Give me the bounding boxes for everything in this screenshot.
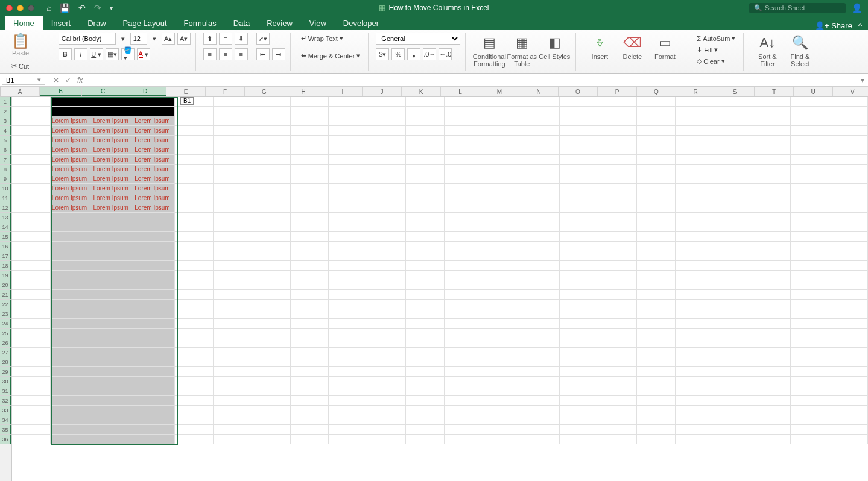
cell-P1[interactable] — [598, 97, 637, 107]
col-header-N[interactable]: N — [519, 87, 559, 96]
cell-G23[interactable] — [252, 309, 291, 319]
cell-U3[interactable] — [791, 116, 829, 126]
cell-P24[interactable] — [598, 319, 637, 329]
cell-P12[interactable] — [598, 203, 637, 213]
cell-H12[interactable] — [291, 203, 329, 213]
cell-K13[interactable] — [406, 213, 445, 222]
cell-M11[interactable] — [483, 193, 522, 203]
cell-E29[interactable] — [175, 367, 214, 377]
cell-A4[interactable] — [12, 126, 51, 136]
cell-L14[interactable] — [445, 222, 483, 232]
cell-F7[interactable] — [214, 155, 252, 165]
cell-S4[interactable] — [714, 126, 753, 136]
cell-O18[interactable] — [560, 261, 598, 271]
cell-Q7[interactable] — [637, 155, 676, 165]
cell-L6[interactable] — [445, 145, 483, 155]
font-color-button[interactable]: A▾ — [137, 48, 150, 60]
cell-J1[interactable] — [367, 97, 406, 107]
cell-A2[interactable] — [12, 107, 51, 116]
cell-I36[interactable] — [329, 435, 367, 444]
cell-R18[interactable] — [676, 261, 714, 271]
cell-N17[interactable] — [521, 251, 560, 261]
cell-P18[interactable] — [598, 261, 637, 271]
cell-G3[interactable] — [252, 116, 291, 126]
undo-icon[interactable]: ↶ — [78, 3, 86, 13]
cell-F14[interactable] — [214, 222, 252, 232]
cell-V31[interactable] — [829, 386, 868, 396]
percent-icon[interactable]: % — [391, 48, 405, 60]
cell-F30[interactable] — [214, 377, 252, 386]
cell-D13[interactable] — [133, 213, 175, 222]
cell-Q29[interactable] — [637, 367, 676, 377]
cell-T32[interactable] — [752, 396, 791, 406]
cell-J2[interactable] — [367, 107, 406, 116]
cell-C19[interactable] — [92, 271, 134, 280]
cell-G4[interactable] — [252, 126, 291, 136]
cell-P3[interactable] — [598, 116, 637, 126]
col-header-R[interactable]: R — [676, 87, 715, 96]
cell-I19[interactable] — [329, 271, 367, 280]
cell-Q1[interactable] — [637, 97, 676, 107]
cell-C1[interactable] — [92, 97, 134, 107]
cell-Q27[interactable] — [637, 348, 676, 357]
cell-E27[interactable] — [175, 348, 214, 357]
cell-O5[interactable] — [560, 136, 598, 145]
cell-I15[interactable] — [329, 232, 367, 242]
cell-D33[interactable] — [133, 406, 175, 415]
cell-G17[interactable] — [252, 251, 291, 261]
cell-A18[interactable] — [12, 261, 51, 271]
cell-H33[interactable] — [291, 406, 329, 415]
cell-V28[interactable] — [829, 357, 868, 367]
cell-Q21[interactable] — [637, 290, 676, 300]
row-header-36[interactable]: 36 — [0, 435, 11, 444]
cell-R8[interactable] — [676, 165, 714, 174]
cell-C26[interactable] — [92, 338, 134, 348]
cell-A13[interactable] — [12, 213, 51, 222]
cell-K1[interactable] — [406, 97, 445, 107]
cell-C5[interactable]: Lorem Ipsum — [92, 136, 134, 145]
cell-T31[interactable] — [752, 386, 791, 396]
cell-U5[interactable] — [791, 136, 829, 145]
cell-C32[interactable] — [92, 396, 134, 406]
cell-J5[interactable] — [367, 136, 406, 145]
cell-U22[interactable] — [791, 300, 829, 309]
row-header-29[interactable]: 29 — [0, 367, 11, 377]
col-header-S[interactable]: S — [715, 87, 755, 96]
cell-L8[interactable] — [445, 165, 483, 174]
cell-P7[interactable] — [598, 155, 637, 165]
cell-N32[interactable] — [521, 396, 560, 406]
bold-button[interactable]: B — [59, 48, 72, 60]
cell-C21[interactable] — [92, 290, 134, 300]
cell-G10[interactable] — [252, 184, 291, 193]
col-header-V[interactable]: V — [833, 87, 868, 96]
cell-C36[interactable] — [92, 435, 134, 444]
tab-developer[interactable]: Developer — [335, 16, 387, 30]
cell-H27[interactable] — [291, 348, 329, 357]
cell-R20[interactable] — [676, 280, 714, 290]
cell-D21[interactable] — [133, 290, 175, 300]
cell-P22[interactable] — [598, 300, 637, 309]
cell-F4[interactable] — [214, 126, 252, 136]
cell-J13[interactable] — [367, 213, 406, 222]
cell-E23[interactable] — [175, 309, 214, 319]
row-header-24[interactable]: 24 — [0, 319, 11, 329]
cell-T35[interactable] — [752, 425, 791, 435]
cell-Q18[interactable] — [637, 261, 676, 271]
cell-I5[interactable] — [329, 136, 367, 145]
cell-B28[interactable] — [51, 357, 92, 367]
cell-F24[interactable] — [214, 319, 252, 329]
cell-K10[interactable] — [406, 184, 445, 193]
col-header-H[interactable]: H — [284, 87, 323, 96]
row-header-34[interactable]: 34 — [0, 415, 11, 425]
cell-M15[interactable] — [483, 232, 522, 242]
cell-V15[interactable] — [829, 232, 868, 242]
cell-B21[interactable] — [51, 290, 92, 300]
cell-P9[interactable] — [598, 174, 637, 184]
cell-G22[interactable] — [252, 300, 291, 309]
cell-G5[interactable] — [252, 136, 291, 145]
cell-A32[interactable] — [12, 396, 51, 406]
cell-A14[interactable] — [12, 222, 51, 232]
col-header-G[interactable]: G — [245, 87, 284, 96]
cell-R12[interactable] — [676, 203, 714, 213]
cell-J6[interactable] — [367, 145, 406, 155]
